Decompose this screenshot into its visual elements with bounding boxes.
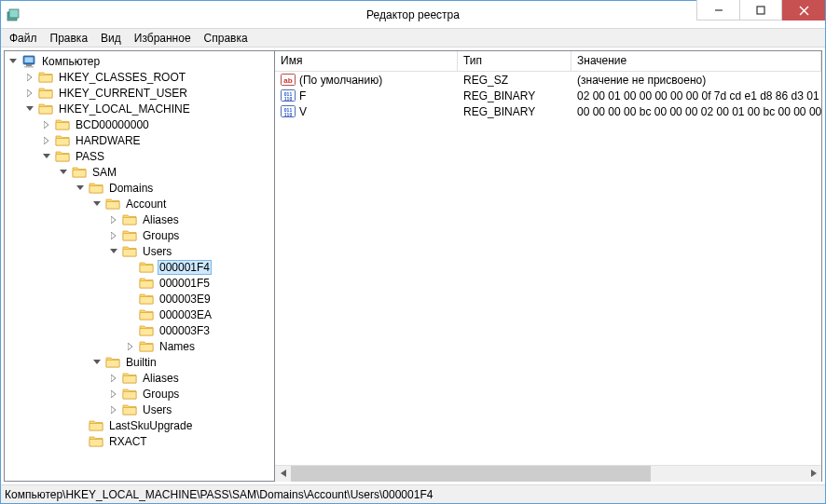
expand-icon[interactable]: [23, 87, 36, 100]
menu-view[interactable]: Вид: [94, 30, 128, 47]
tree-node-hardware[interactable]: HARDWARE: [38, 132, 274, 148]
expand-icon[interactable]: [40, 118, 53, 131]
collapse-icon[interactable]: [40, 150, 53, 163]
statusbar: Компьютер\HKEY_LOCAL_MACHINE\PASS\SAM\Do…: [1, 484, 825, 503]
tree-node-000001f5[interactable]: 000001F5: [122, 275, 274, 291]
expand-icon[interactable]: [107, 213, 120, 226]
collapse-icon[interactable]: [90, 198, 103, 211]
tree-label: LastSkuUpgrade: [107, 419, 194, 432]
collapse-icon[interactable]: [74, 182, 87, 195]
tree-label: PASS: [74, 150, 106, 163]
menu-favorites[interactable]: Избранное: [128, 30, 198, 47]
column-header-value[interactable]: Значение: [571, 51, 821, 71]
expand-icon[interactable]: [40, 134, 53, 147]
tree-label: 000003E9: [158, 293, 213, 306]
tree-label: Domains: [107, 182, 155, 195]
tree-node-000003f3[interactable]: 000003F3: [122, 322, 274, 338]
app-icon: [7, 7, 21, 22]
tree-pane[interactable]: Компьютер HKEY_CLASSES_ROOT HKEY_CURRENT…: [5, 51, 275, 481]
minimize-button[interactable]: [696, 0, 739, 20]
collapse-icon[interactable]: [23, 102, 36, 116]
menu-help[interactable]: Справка: [198, 30, 255, 47]
tree-node-sam[interactable]: SAM: [55, 164, 274, 180]
tree-node-pass[interactable]: PASS: [38, 148, 274, 164]
menu-file[interactable]: Файл: [3, 30, 44, 47]
folder-icon: [55, 133, 70, 148]
tree-label: HKEY_LOCAL_MACHINE: [57, 102, 192, 116]
expand-icon[interactable]: [107, 388, 120, 401]
close-button[interactable]: [782, 0, 825, 20]
tree-node-names[interactable]: Names: [122, 338, 274, 354]
folder-icon: [72, 165, 87, 180]
expand-icon[interactable]: [107, 372, 120, 385]
list-header: Имя Тип Значение: [275, 51, 821, 72]
tree-node-000003ea[interactable]: 000003EA: [122, 306, 274, 322]
tree-node-hklm[interactable]: HKEY_LOCAL_MACHINE: [21, 101, 274, 116]
scroll-left-button[interactable]: [275, 466, 291, 482]
tree-node-lastskuupgrade[interactable]: LastSkuUpgrade: [72, 417, 274, 433]
value-data: 00 00 00 00 bc 00 00 00 02 00 01 00 bc 0…: [571, 105, 821, 118]
string-value-icon: [281, 73, 296, 87]
tree-node-rxact[interactable]: RXACT: [72, 433, 274, 449]
folder-icon: [122, 402, 137, 417]
folder-icon: [139, 260, 154, 275]
tree-label: HKEY_CURRENT_USER: [57, 87, 189, 100]
tree-node-builtin[interactable]: Builtin: [89, 354, 274, 370]
tree-node-aliases[interactable]: Aliases: [105, 211, 274, 227]
list-body[interactable]: (По умолчанию) REG_SZ (значение не присв…: [275, 72, 821, 465]
tree-node-000003e9[interactable]: 000003E9: [122, 291, 274, 306]
expand-icon[interactable]: [23, 71, 36, 84]
value-row-v[interactable]: V REG_BINARY 00 00 00 00 bc 00 00 00 02 …: [275, 103, 821, 119]
folder-icon: [38, 70, 53, 85]
binary-value-icon: [281, 89, 296, 102]
tree-node-builtin-users[interactable]: Users: [105, 402, 274, 417]
tree-node-users[interactable]: Users: [105, 243, 274, 259]
collapse-icon[interactable]: [57, 166, 70, 179]
tree-label: Aliases: [141, 213, 181, 226]
tree-node-account[interactable]: Account: [89, 196, 274, 211]
value-type: REG_BINARY: [458, 89, 571, 102]
folder-icon: [139, 339, 154, 354]
value-data: (значение не присвоено): [571, 74, 821, 87]
tree-node-bcd[interactable]: BCD00000000: [38, 116, 274, 132]
tree-node-builtin-aliases[interactable]: Aliases: [105, 370, 274, 386]
collapse-icon[interactable]: [107, 245, 120, 258]
tree-node-builtin-groups[interactable]: Groups: [105, 386, 274, 402]
value-row-default[interactable]: (По умолчанию) REG_SZ (значение не присв…: [275, 72, 821, 88]
scroll-right-button[interactable]: [805, 466, 821, 482]
value-type: REG_SZ: [458, 74, 571, 87]
folder-icon: [122, 228, 137, 243]
collapse-icon[interactable]: [7, 55, 20, 68]
tree-node-groups[interactable]: Groups: [105, 227, 274, 243]
horizontal-scrollbar[interactable]: [275, 465, 821, 481]
folder-icon: [89, 434, 103, 449]
expand-icon[interactable]: [107, 403, 120, 416]
tree-node-domains[interactable]: Domains: [72, 180, 274, 196]
scroll-thumb[interactable]: [291, 466, 651, 482]
maximize-button[interactable]: [739, 0, 782, 20]
menu-edit[interactable]: Правка: [44, 30, 95, 47]
expand-icon[interactable]: [124, 340, 137, 353]
svg-rect-12: [757, 7, 764, 14]
folder-icon: [139, 307, 154, 322]
tree-label: Account: [124, 198, 168, 211]
tree-label: HKEY_CLASSES_ROOT: [57, 71, 187, 84]
value-name: V: [299, 105, 307, 118]
scroll-track[interactable]: [291, 466, 805, 482]
tree-label: Aliases: [141, 372, 181, 385]
column-header-name[interactable]: Имя: [275, 51, 458, 71]
tree-node-hkcr[interactable]: HKEY_CLASSES_ROOT: [21, 69, 274, 85]
collapse-icon[interactable]: [90, 356, 103, 369]
tree-node-computer[interactable]: Компьютер: [5, 53, 274, 69]
column-header-type[interactable]: Тип: [458, 51, 571, 71]
tree-node-000001f4[interactable]: 000001F4: [122, 259, 274, 275]
tree-node-hkcu[interactable]: HKEY_CURRENT_USER: [21, 85, 274, 101]
expand-icon[interactable]: [107, 229, 120, 242]
tree-label: HARDWARE: [74, 134, 143, 147]
tree-label: BCD00000000: [74, 118, 151, 131]
menubar: Файл Правка Вид Избранное Справка: [1, 29, 825, 48]
tree-label: Builtin: [124, 356, 158, 369]
value-row-f[interactable]: F REG_BINARY 02 00 01 00 00 00 00 00 0f …: [275, 88, 821, 103]
folder-icon: [139, 323, 154, 338]
folder-icon: [105, 355, 120, 370]
